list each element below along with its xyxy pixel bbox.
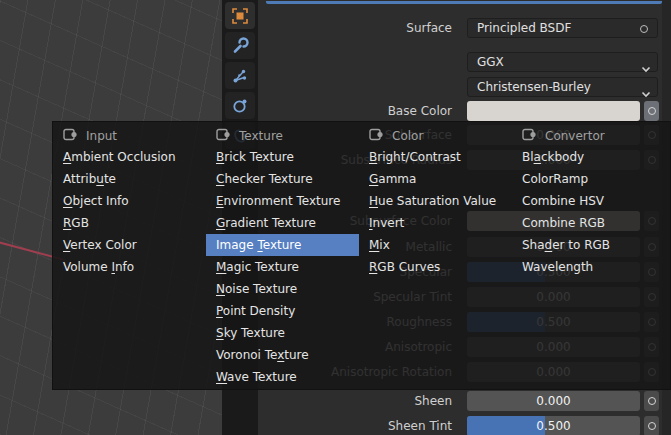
menu-item-volume-info[interactable]: Volume Info <box>53 256 206 278</box>
menu-item-vertex-color[interactable]: Vertex Color <box>53 234 206 256</box>
physics-icon <box>231 97 249 115</box>
subsurface-method-dropdown[interactable]: Christensen-Burley <box>467 77 658 97</box>
menu-item-wavelength[interactable]: Wavelength <box>512 256 665 278</box>
surface-shader-value: Principled BSDF <box>477 21 571 35</box>
surface-row: Surface Principled BSDF <box>258 18 671 38</box>
decorate-keyframe-button[interactable] <box>644 101 659 121</box>
menu-item-combine-rgb[interactable]: Combine RGB <box>512 212 665 234</box>
menu-item-ambient-occlusion[interactable]: Ambient Occlusion <box>53 146 206 168</box>
property-row-sheen: Sheen0.000 <box>258 391 671 411</box>
subsurface-method-row: Christensen-Burley <box>258 77 671 97</box>
tab-physics[interactable] <box>225 92 255 119</box>
base-color-row: Base Color <box>258 101 671 121</box>
menu-item-shader-to-rgb[interactable]: Shader to RGB <box>512 234 665 256</box>
chevron-down-icon <box>641 60 651 78</box>
active-field-underline <box>266 1 662 4</box>
menu-column-input: InputAmbient OcclusionAttributeObject In… <box>53 122 206 389</box>
menu-column-header-convertor: Convertor <box>522 127 605 145</box>
particles-icon <box>231 67 249 85</box>
menu-item-object-info[interactable]: Object Info <box>53 190 206 212</box>
menu-item-combine-hsv[interactable]: Combine HSV <box>512 190 665 212</box>
menu-item-noise-texture[interactable]: Noise Texture <box>206 278 359 300</box>
menu-item-point-density[interactable]: Point Density <box>206 300 359 322</box>
menu-column-color: ColorBright/ContrastGammaHue Saturation … <box>359 122 512 389</box>
sheen-slider[interactable]: 0.000 <box>467 391 640 411</box>
menu-item-checker-texture[interactable]: Checker Texture <box>206 168 359 190</box>
menu-column-header-input: Input <box>63 127 117 145</box>
menu-item-sky-texture[interactable]: Sky Texture <box>206 322 359 344</box>
property-label: Sheen <box>258 391 452 411</box>
keyframe-circle-icon <box>648 397 656 405</box>
tab-object-properties[interactable] <box>225 2 255 29</box>
surface-label: Surface <box>258 18 452 38</box>
menu-column-convertor: ConvertorBlackbodyColorRampCombine HSVCo… <box>512 122 665 389</box>
menu-item-gradient-texture[interactable]: Gradient Texture <box>206 212 359 234</box>
node-icon <box>522 128 536 144</box>
menu-item-gamma[interactable]: Gamma <box>359 168 512 190</box>
base-color-swatch[interactable] <box>467 101 640 121</box>
tab-particles[interactable] <box>225 62 255 89</box>
menu-item-colorramp[interactable]: ColorRamp <box>512 168 665 190</box>
keyframe-circle-icon <box>648 422 656 430</box>
menu-item-brick-texture[interactable]: Brick Texture <box>206 146 359 168</box>
menu-item-magic-texture[interactable]: Magic Texture <box>206 256 359 278</box>
node-icon <box>216 128 230 144</box>
menu-item-attribute[interactable]: Attribute <box>53 168 206 190</box>
surface-shader-dropdown[interactable]: Principled BSDF <box>467 18 658 38</box>
menu-item-wave-texture[interactable]: Wave Texture <box>206 366 359 388</box>
modifier-wrench-icon <box>231 37 249 55</box>
menu-item-rgb-curves[interactable]: RGB Curves <box>359 256 512 278</box>
subsurface-method-value: Christensen-Burley <box>477 80 591 94</box>
add-node-menu: InputAmbient OcclusionAttributeObject In… <box>52 121 671 390</box>
menu-item-blackbody[interactable]: Blackbody <box>512 146 665 168</box>
menu-item-hue-saturation-value[interactable]: Hue Saturation Value <box>359 190 512 212</box>
node-icon <box>63 128 77 144</box>
distribution-dropdown[interactable]: GGX <box>467 52 658 72</box>
distribution-value: GGX <box>477 55 504 69</box>
menu-item-rgb[interactable]: RGB <box>53 212 206 234</box>
keyframe-circle-icon <box>648 107 656 115</box>
menu-column-texture: TextureBrick TextureChecker TextureEnvir… <box>206 122 359 389</box>
object-properties-icon <box>231 7 249 25</box>
tab-modifier-wrench[interactable] <box>225 32 255 59</box>
property-label: Sheen Tint <box>258 416 452 435</box>
menu-item-environment-texture[interactable]: Environment Texture <box>206 190 359 212</box>
menu-item-mix[interactable]: Mix <box>359 234 512 256</box>
node-icon <box>369 128 383 144</box>
property-row-sheen-tint: Sheen Tint0.500 <box>258 416 671 435</box>
menu-item-voronoi-texture[interactable]: Voronoi Texture <box>206 344 359 366</box>
base-color-label: Base Color <box>258 101 452 121</box>
menu-item-invert[interactable]: Invert <box>359 212 512 234</box>
decorate-keyframe-button[interactable] <box>644 416 659 435</box>
distribution-row: GGX <box>258 52 671 72</box>
menu-column-header-color: Color <box>369 127 423 145</box>
sheen-tint-slider[interactable]: 0.500 <box>467 416 640 435</box>
menu-item-bright-contrast[interactable]: Bright/Contrast <box>359 146 512 168</box>
menu-item-image-texture[interactable]: Image Texture <box>206 234 359 256</box>
decorate-keyframe-button[interactable] <box>644 391 659 411</box>
menu-column-header-texture: Texture <box>216 127 283 145</box>
node-socket-icon <box>640 25 648 33</box>
